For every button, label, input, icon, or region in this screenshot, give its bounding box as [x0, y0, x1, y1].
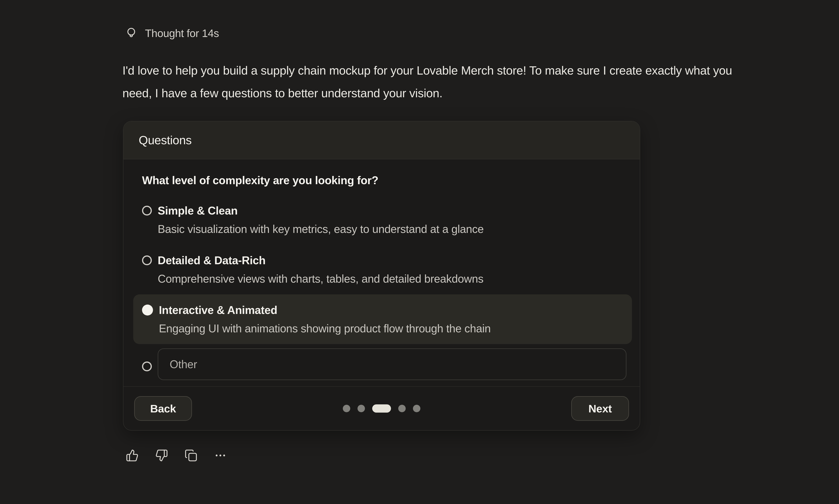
option-description: Comprehensive views with charts, tables,… [158, 270, 484, 288]
question-text: What level of complexity are you looking… [142, 174, 632, 187]
thumbs-up-button[interactable] [126, 449, 139, 462]
thought-label: Thought for 14s [145, 27, 219, 39]
option-text: Simple & Clean Basic visualization with … [158, 201, 484, 238]
thumbs-down-button[interactable] [155, 449, 169, 462]
option-interactive-animated-selected[interactable]: Interactive & Animated Engaging UI with … [133, 294, 632, 344]
option-detailed-data-rich[interactable]: Detailed & Data-Rich Comprehensive views… [133, 245, 632, 294]
thumbs-up-icon [126, 449, 139, 462]
message-actions [126, 449, 228, 462]
page-dot-3-active [372, 404, 391, 413]
radio-unselected-icon[interactable] [142, 206, 152, 216]
thumbs-down-icon [155, 449, 168, 462]
page-dot-4 [398, 405, 406, 412]
radio-selected-icon[interactable] [142, 305, 153, 316]
option-simple-clean[interactable]: Simple & Clean Basic visualization with … [133, 195, 632, 245]
card-title: Questions [139, 133, 192, 147]
questions-card-footer: Back Next [123, 386, 640, 430]
page-dot-1 [343, 405, 350, 412]
page-dot-2 [357, 405, 365, 412]
radio-unselected-icon[interactable] [142, 255, 152, 265]
options-list: Simple & Clean Basic visualization with … [133, 195, 632, 384]
page-dot-5 [413, 405, 420, 412]
questions-card-header: Questions [123, 121, 640, 159]
option-text: Interactive & Animated Engaging UI with … [159, 301, 491, 338]
thought-summary[interactable]: Thought for 14s [125, 26, 219, 40]
other-option-input[interactable] [158, 348, 627, 380]
next-button[interactable]: Next [571, 396, 629, 421]
questions-card-body: What level of complexity are you looking… [123, 159, 640, 384]
assistant-message-text: I'd love to help you build a supply chai… [122, 59, 761, 105]
lightbulb-icon [125, 26, 138, 40]
questions-card: Questions What level of complexity are y… [123, 121, 640, 431]
option-text: Detailed & Data-Rich Comprehensive views… [158, 251, 484, 288]
option-description: Basic visualization with key metrics, ea… [158, 220, 484, 238]
option-other[interactable] [133, 344, 632, 384]
option-label: Simple & Clean [158, 201, 484, 220]
copy-icon [185, 449, 197, 462]
more-options-icon [214, 449, 227, 462]
option-description: Engaging UI with animations showing prod… [159, 319, 491, 338]
radio-unselected-icon[interactable] [142, 361, 152, 371]
option-label: Interactive & Animated [159, 301, 491, 319]
copy-button[interactable] [185, 449, 198, 462]
pagination-dots [343, 404, 420, 413]
option-label: Detailed & Data-Rich [158, 251, 484, 270]
back-button[interactable]: Back [134, 396, 192, 421]
more-options-button[interactable] [214, 449, 228, 462]
